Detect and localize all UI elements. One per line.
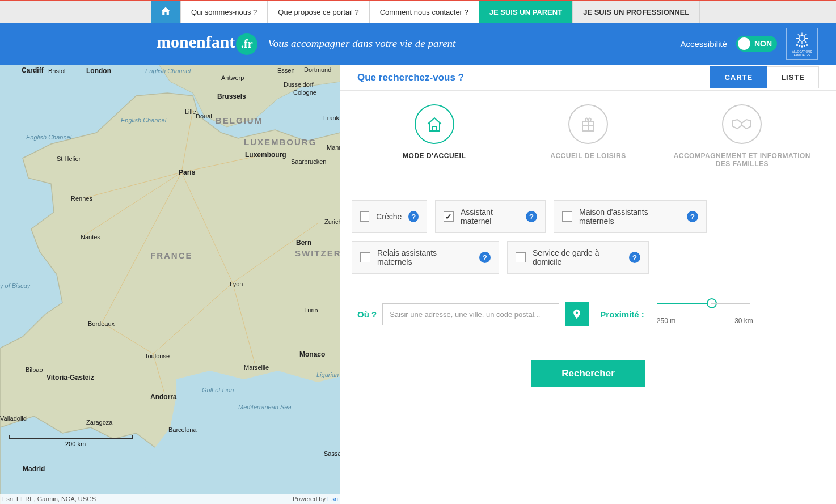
map-sea-label: y of Biscay xyxy=(0,282,30,289)
search-panel: Que recherchez-vous ? CARTE LISTE MODE D… xyxy=(340,65,836,504)
gift-icon xyxy=(568,104,608,144)
category-accompagnement[interactable]: ACCOMPAGNEMENT ET INFORMATION DES FAMILL… xyxy=(665,104,819,168)
map-city-label: Brussels xyxy=(217,92,246,100)
map-country-label: FRANCE xyxy=(150,251,193,260)
checkbox-garde-domicile[interactable]: Service de garde à domicile ? xyxy=(507,241,649,274)
category-mode-accueil[interactable]: MODE D'ACCUEIL xyxy=(357,104,511,168)
map-city-label: Dortmund xyxy=(304,66,331,73)
map-city-label: Toulouse xyxy=(145,353,170,359)
view-toggle: CARTE LISTE xyxy=(710,66,819,88)
handshake-icon xyxy=(722,104,762,144)
home-icon xyxy=(160,6,171,19)
checkbox-icon xyxy=(562,211,572,222)
map-city-label: Monaco xyxy=(299,350,325,358)
help-icon[interactable]: ? xyxy=(687,211,698,222)
nav-comment-contacter[interactable]: Comment nous contacter ? xyxy=(370,1,479,23)
tagline: Vous accompagner dans votre vie de paren… xyxy=(268,37,455,50)
help-icon[interactable]: ? xyxy=(479,252,491,263)
view-carte-button[interactable]: CARTE xyxy=(710,66,767,88)
checkbox-icon xyxy=(516,252,526,262)
svg-point-5 xyxy=(806,44,808,46)
checkbox-icon xyxy=(360,252,370,262)
top-nav: Qui sommes-nous ? Que propose ce portail… xyxy=(0,1,836,23)
accessibility-label: Accessibilité xyxy=(680,39,727,49)
map-city-label: Bordeaux xyxy=(88,320,115,327)
map-country-label: BELGIUM xyxy=(216,116,263,125)
svg-point-1 xyxy=(796,44,798,46)
checkbox-creche[interactable]: Crèche ? xyxy=(352,200,427,233)
map-city-label: St Helier xyxy=(57,155,81,162)
logo-fr-badge: .fr xyxy=(236,33,257,55)
search-button[interactable]: Rechercher xyxy=(531,360,645,387)
map-city-label: Lyon xyxy=(230,281,243,287)
map-city-label: Luxembourg xyxy=(245,151,286,159)
map[interactable]: FRANCEBELGIUMLUXEMBOURGSWITZERLAND Cardi… xyxy=(0,65,340,504)
map-attribution: Esri, HERE, Garmin, NGA, USGS Powered by… xyxy=(0,494,340,504)
map-sea-label: Gulf of Lion xyxy=(202,387,234,393)
nav-que-propose[interactable]: Que propose ce portail ? xyxy=(268,1,369,23)
toggle-state: NON xyxy=(754,39,772,48)
slider-thumb[interactable] xyxy=(707,298,717,308)
logo[interactable]: monenfant.fr xyxy=(157,32,257,55)
map-city-label: Lille xyxy=(185,108,196,115)
nav-qui-sommes-nous[interactable]: Qui sommes-nous ? xyxy=(181,1,268,23)
nav-home[interactable] xyxy=(151,1,181,23)
nav-professionnel[interactable]: JE SUIS UN PROFESSIONNEL xyxy=(573,1,700,23)
map-sea-label: English Channel xyxy=(26,134,71,141)
map-city-label: Mannheim xyxy=(327,144,340,151)
map-city-label: Turin xyxy=(304,307,318,314)
slider-min: 250 m xyxy=(657,317,675,325)
panel-title: Que recherchez-vous ? xyxy=(357,72,464,83)
map-city-label: Bern xyxy=(296,239,311,247)
map-city-label: Marseille xyxy=(244,364,269,371)
help-icon[interactable]: ? xyxy=(526,211,537,222)
map-city-label: Cardiff xyxy=(22,66,44,74)
map-city-label: Sassari xyxy=(324,450,340,457)
map-country-label: SWITZERLAND xyxy=(295,248,340,258)
nav-parent[interactable]: JE SUIS UN PARENT xyxy=(479,1,573,23)
view-liste-button[interactable]: LISTE xyxy=(767,66,819,88)
map-country-label: LUXEMBOURG xyxy=(244,137,316,147)
map-city-label: Douai xyxy=(196,113,212,120)
map-sea-label: Ligurian xyxy=(316,371,339,378)
map-sea-label: Mediterranean Sea xyxy=(238,404,292,410)
map-city-label: Frankfurt am M xyxy=(323,115,340,121)
proximite-label: Proximité : xyxy=(600,310,644,319)
help-icon[interactable]: ? xyxy=(629,252,640,263)
locate-button[interactable] xyxy=(565,302,589,326)
address-input[interactable] xyxy=(382,303,559,325)
ou-label: Où ? xyxy=(357,310,377,319)
map-city-label: Andorra xyxy=(150,393,177,401)
category-accueil-loisirs[interactable]: ACCUEIL DE LOISIRS xyxy=(511,104,665,168)
distance-slider[interactable] xyxy=(657,303,731,304)
caf-text: ALLOCATIONS FAMILIALES xyxy=(788,50,816,57)
map-city-label: Rennes xyxy=(71,195,92,202)
caf-logo[interactable]: ALLOCATIONS FAMILIALES xyxy=(786,28,818,60)
svg-point-4 xyxy=(804,45,805,47)
map-city-label: Bristol xyxy=(48,67,66,74)
map-city-label: Paris xyxy=(179,168,195,176)
house-icon xyxy=(415,104,454,144)
checkbox-assistant-maternel[interactable]: Assistant maternel ? xyxy=(435,200,546,233)
map-city-label: London xyxy=(86,67,111,75)
map-city-label: Bilbao xyxy=(26,366,43,373)
accessibility-toggle[interactable]: NON xyxy=(736,36,777,52)
map-city-label: Dusseldorf xyxy=(284,81,314,88)
map-city-label: Zaragoza xyxy=(86,419,112,426)
checkbox-maison-assistants[interactable]: Maison d'assistants maternels ? xyxy=(554,200,707,233)
esri-link[interactable]: Esri xyxy=(327,495,338,502)
checkbox-icon xyxy=(360,211,369,222)
toggle-thumb xyxy=(738,37,750,50)
svg-point-3 xyxy=(801,45,803,47)
map-city-label: Essen xyxy=(277,67,295,74)
checkbox-relais-assistants[interactable]: Relais assistants maternels ? xyxy=(352,241,499,274)
caf-icon xyxy=(792,31,812,50)
map-sea-label: English Channel xyxy=(121,117,166,124)
svg-point-0 xyxy=(799,36,805,41)
map-city-label: Valladolid xyxy=(0,415,27,422)
map-city-label: Barcelona xyxy=(168,426,197,433)
map-scale: 200 km xyxy=(9,435,133,447)
map-city-label: Zurich xyxy=(324,218,340,225)
help-icon[interactable]: ? xyxy=(408,211,419,222)
checkbox-icon xyxy=(444,211,454,222)
